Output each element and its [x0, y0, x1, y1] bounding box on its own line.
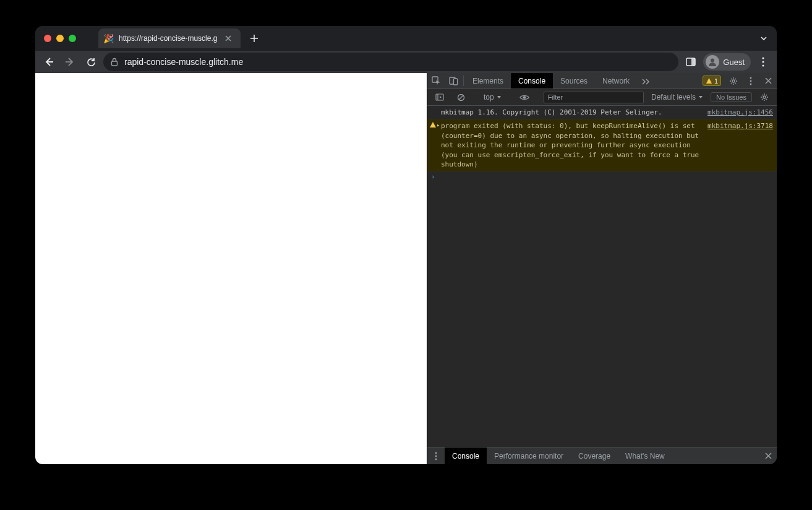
svg-point-4 — [762, 57, 764, 59]
svg-point-5 — [762, 61, 764, 63]
console-filter-input[interactable] — [544, 92, 644, 103]
devtools-menu-button[interactable] — [742, 77, 759, 85]
console-output[interactable]: mkbitmap 1.16. Copyright (C) 2001-2019 P… — [427, 106, 777, 447]
panel-toggle-button[interactable] — [682, 53, 699, 71]
svg-point-12 — [750, 80, 752, 82]
tab-strip: 🎉 https://rapid-concise-muscle.g — [35, 26, 777, 51]
reload-button[interactable] — [82, 53, 100, 71]
more-tabs-button[interactable] — [637, 73, 654, 89]
devtools-tab-bar: Elements Console Sources Network 1 — [427, 73, 777, 89]
svg-point-20 — [435, 458, 437, 460]
log-message: mkbitmap 1.16. Copyright (C) 2001-2019 P… — [441, 108, 701, 117]
log-source-link[interactable]: mkbitmap.js:1456 — [701, 108, 773, 117]
clear-console-button[interactable] — [452, 93, 469, 102]
minimize-window-button[interactable] — [56, 35, 64, 42]
warning-badge[interactable]: 1 — [703, 76, 721, 86]
context-label: top — [484, 93, 494, 102]
console-warning-row[interactable]: ▸ program exited (with status: 0), but k… — [427, 119, 777, 171]
favicon-icon: 🎉 — [103, 34, 114, 43]
svg-point-13 — [750, 83, 752, 85]
tab-sources[interactable]: Sources — [553, 73, 595, 89]
tab-elements[interactable]: Elements — [465, 73, 511, 89]
log-source-link[interactable]: mkbitmap.js:3718 — [701, 121, 773, 169]
svg-point-19 — [435, 455, 437, 457]
avatar-icon — [706, 55, 719, 69]
drawer-tab-coverage[interactable]: Coverage — [571, 447, 618, 464]
devtools-close-button[interactable] — [759, 77, 777, 84]
forward-button[interactable] — [61, 53, 79, 71]
svg-point-6 — [762, 64, 764, 66]
svg-rect-0 — [112, 61, 118, 66]
context-selector[interactable]: top — [480, 93, 505, 102]
back-button[interactable] — [40, 53, 58, 71]
inspect-element-button[interactable] — [427, 73, 445, 89]
svg-point-11 — [750, 77, 752, 79]
device-mode-button[interactable] — [445, 73, 462, 89]
url-text: rapid-concise-muscle.glitch.me — [124, 57, 243, 67]
profile-label: Guest — [723, 58, 745, 67]
tab-title: https://rapid-concise-muscle.g — [119, 34, 218, 43]
drawer-close-button[interactable] — [759, 452, 777, 459]
browser-menu-button[interactable] — [754, 53, 772, 71]
levels-label: Default levels — [651, 93, 696, 102]
svg-rect-9 — [453, 79, 457, 85]
expand-icon[interactable]: ▸ — [437, 121, 440, 129]
drawer-menu-button[interactable] — [427, 447, 445, 464]
page-viewport[interactable] — [35, 73, 427, 464]
live-expression-button[interactable] — [516, 94, 533, 101]
close-window-button[interactable] — [44, 35, 51, 42]
prompt-caret-icon: › — [431, 173, 435, 181]
svg-point-17 — [763, 96, 766, 98]
svg-rect-2 — [691, 58, 695, 66]
window-controls — [35, 35, 85, 42]
console-settings-button[interactable] — [756, 93, 773, 102]
log-levels-selector[interactable]: Default levels — [647, 93, 707, 102]
browser-tab[interactable]: 🎉 https://rapid-concise-muscle.g — [98, 28, 241, 48]
svg-point-3 — [711, 59, 714, 63]
close-tab-button[interactable] — [223, 34, 234, 43]
svg-point-16 — [523, 96, 526, 99]
drawer-tab-console[interactable]: Console — [445, 447, 487, 464]
address-bar[interactable]: rapid-concise-muscle.glitch.me — [103, 53, 678, 71]
new-tab-button[interactable] — [246, 30, 263, 47]
log-message: program exited (with status: 0), but kee… — [441, 121, 701, 169]
browser-toolbar: rapid-concise-muscle.glitch.me Guest — [35, 51, 777, 73]
console-log-row[interactable]: mkbitmap 1.16. Copyright (C) 2001-2019 P… — [427, 106, 777, 119]
devtools-panel: Elements Console Sources Network 1 — [427, 73, 777, 464]
tab-network[interactable]: Network — [595, 73, 637, 89]
drawer-tab-whats-new[interactable]: What's New — [618, 447, 672, 464]
maximize-window-button[interactable] — [69, 35, 76, 42]
console-sidebar-toggle[interactable] — [431, 93, 448, 101]
warning-count: 1 — [714, 77, 718, 85]
devtools-drawer: Console Performance monitor Coverage Wha… — [427, 447, 777, 464]
devtools-settings-button[interactable] — [725, 77, 742, 85]
browser-window: 🎉 https://rapid-concise-muscle.g — [35, 26, 777, 464]
svg-point-18 — [435, 452, 437, 454]
console-input-row[interactable]: › — [427, 171, 777, 182]
issues-button[interactable]: No Issues — [711, 92, 752, 102]
lock-icon — [111, 58, 118, 66]
tab-console[interactable]: Console — [511, 73, 553, 89]
console-toolbar: top Default levels No Issues — [427, 89, 777, 106]
svg-point-10 — [732, 80, 735, 82]
drawer-tab-performance-monitor[interactable]: Performance monitor — [487, 447, 571, 464]
tabs-menu-button[interactable] — [759, 34, 768, 43]
profile-button[interactable]: Guest — [703, 53, 751, 71]
